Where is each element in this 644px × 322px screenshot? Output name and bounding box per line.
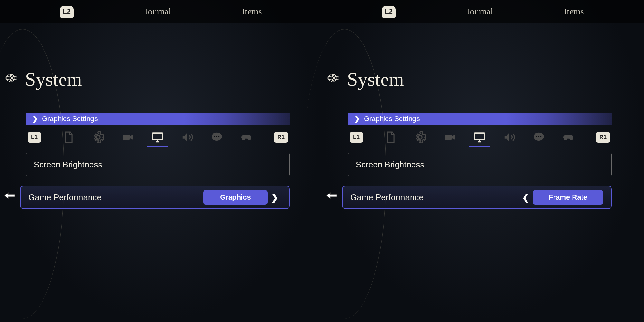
chevron-right-icon: ❯ (32, 115, 38, 123)
section-header: ❯ Graphics Settings (348, 113, 612, 125)
chat-icon[interactable] (211, 131, 223, 143)
svg-point-13 (329, 76, 332, 80)
document-icon[interactable] (62, 131, 75, 143)
svg-point-17 (536, 136, 537, 137)
option-label: Screen Brightness (356, 160, 424, 170)
performance-value: Graphics (203, 190, 268, 205)
camera-icon[interactable] (122, 131, 134, 143)
pointer-hand-icon (325, 189, 339, 206)
option-label: Game Performance (350, 193, 423, 203)
option-screen-brightness[interactable]: Screen Brightness (26, 153, 290, 176)
l2-bumper-icon: L2 (60, 6, 74, 18)
page-title-row: System (325, 68, 644, 90)
l1-bumper-icon: L1 (28, 132, 41, 143)
category-tab-row: L1 R1 (26, 131, 290, 143)
display-icon[interactable] (473, 131, 486, 143)
sound-icon[interactable] (503, 131, 515, 143)
category-tabs (62, 131, 252, 143)
l1-bumper-icon: L1 (350, 132, 363, 143)
performance-value: Frame Rate (533, 190, 603, 205)
chevron-right-icon: ❯ (354, 115, 360, 123)
chat-icon[interactable] (533, 131, 545, 143)
top-nav-bar: L2 Journal Items (0, 0, 322, 23)
top-nav-bar: L2 Journal Items (322, 0, 644, 23)
svg-point-19 (540, 136, 541, 137)
display-icon[interactable] (151, 131, 164, 143)
page-title-row: System (3, 68, 322, 90)
option-label: Screen Brightness (34, 160, 102, 170)
section-header: ❯ Graphics Settings (26, 113, 290, 125)
section-label: Graphics Settings (364, 115, 420, 123)
pointer-hand-icon (3, 189, 17, 206)
svg-point-9 (218, 136, 219, 137)
controller-icon[interactable] (240, 131, 252, 143)
camera-icon[interactable] (444, 131, 456, 143)
settings-panel-left: L2 Journal Items System ❯ Graphics Setti… (0, 0, 322, 322)
controller-icon[interactable] (562, 131, 574, 143)
option-label: Game Performance (28, 193, 101, 203)
option-game-performance[interactable]: Game Performance ❮ Frame Rate (342, 186, 612, 209)
page-title: System (347, 68, 404, 90)
chevron-left-icon[interactable]: ❮ (519, 192, 533, 203)
svg-point-12 (336, 76, 339, 80)
ornament-icon (3, 71, 21, 88)
value-selector[interactable]: ❮ Frame Rate (519, 190, 603, 205)
svg-point-2 (14, 76, 17, 80)
category-tabs (384, 131, 574, 143)
option-game-performance[interactable]: Game Performance Graphics ❯ (20, 186, 290, 209)
document-icon[interactable] (384, 131, 397, 143)
svg-rect-5 (152, 133, 163, 140)
r1-bumper-icon: R1 (596, 132, 610, 143)
ornament-icon (325, 71, 343, 88)
gear-icon[interactable] (414, 131, 426, 143)
option-screen-brightness[interactable]: Screen Brightness (348, 153, 612, 176)
value-selector[interactable]: Graphics ❯ (203, 190, 281, 205)
section-label: Graphics Settings (42, 115, 98, 123)
nav-items[interactable]: Items (564, 6, 584, 17)
nav-items[interactable]: Items (242, 6, 262, 17)
svg-rect-4 (123, 135, 130, 140)
svg-point-7 (214, 136, 215, 137)
page-title: System (25, 68, 82, 90)
svg-point-18 (538, 136, 539, 137)
nav-journal[interactable]: Journal (467, 6, 493, 17)
gear-icon[interactable] (92, 131, 104, 143)
svg-rect-14 (445, 135, 452, 140)
svg-point-3 (7, 76, 10, 80)
r1-bumper-icon: R1 (274, 132, 288, 143)
settings-panel-right: L2 Journal Items System ❯ Graphics Setti… (322, 0, 644, 322)
sound-icon[interactable] (181, 131, 193, 143)
l2-bumper-icon: L2 (382, 6, 396, 18)
nav-journal[interactable]: Journal (145, 6, 171, 17)
chevron-right-icon[interactable]: ❯ (268, 192, 281, 203)
category-tab-row: L1 R1 (348, 131, 612, 143)
svg-point-8 (216, 136, 217, 137)
svg-rect-15 (474, 133, 485, 140)
